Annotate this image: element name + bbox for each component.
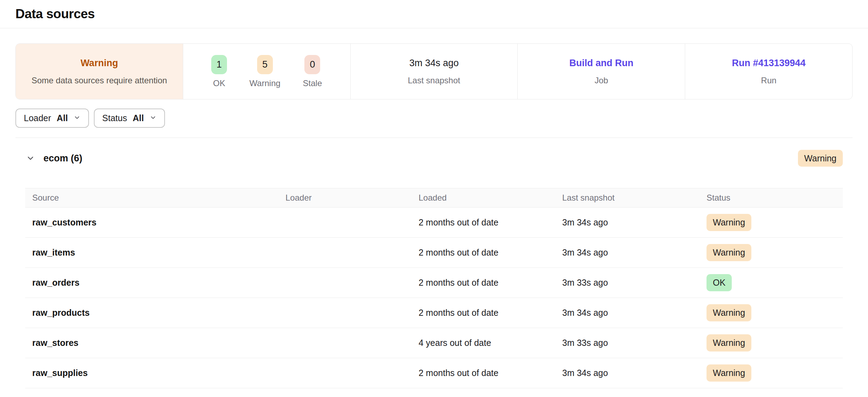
count-ok-label: OK — [213, 78, 225, 88]
last-snapshot-cell: 3m 33s ago — [562, 268, 707, 298]
count-warning: 5 Warning — [249, 55, 280, 88]
table-row: raw_stores 4 years out of date 3m 33s ag… — [25, 328, 843, 358]
last-snapshot-cell: 3m 34s ago — [562, 298, 707, 328]
source-cell: raw_customers — [25, 208, 285, 238]
group-status-badge: Warning — [798, 150, 843, 167]
last-snapshot-label: Last snapshot — [408, 76, 460, 85]
count-ok: 1 OK — [211, 55, 227, 88]
page-header: Data sources — [0, 0, 868, 28]
status-filter-value: All — [133, 113, 144, 123]
status-counts-card: 1 OK 5 Warning 0 Stale — [183, 44, 350, 99]
filter-bar: Loader All Status All — [15, 109, 853, 128]
loader-filter-label: Loader — [24, 113, 51, 123]
chevron-down-icon — [150, 113, 157, 123]
status-cell: Warning — [707, 328, 843, 358]
source-cell: raw_stores — [25, 328, 285, 358]
loader-cell — [285, 268, 419, 298]
count-warning-label: Warning — [249, 78, 280, 88]
status-cell: Warning — [707, 238, 843, 268]
loaded-cell: 2 months out of date — [419, 298, 562, 328]
job-label: Job — [594, 76, 608, 85]
run-link[interactable]: Run #413139944 — [732, 58, 806, 69]
status-cell: Warning — [707, 358, 843, 388]
chevron-down-icon — [74, 113, 81, 123]
last-snapshot-value: 3m 34s ago — [409, 58, 459, 69]
loaded-cell: 2 months out of date — [419, 358, 562, 388]
status-badge: Warning — [707, 304, 751, 321]
count-stale: 0 Stale — [303, 55, 322, 88]
run-card: Run #413139944 Run — [685, 44, 852, 99]
overall-status-subtitle: Some data sources require attention — [32, 76, 167, 85]
count-stale-label: Stale — [303, 78, 322, 88]
status-filter-dropdown[interactable]: Status All — [94, 109, 165, 128]
count-warning-value: 5 — [257, 55, 273, 74]
table-row: raw_products 2 months out of date 3m 34s… — [25, 298, 843, 328]
loader-filter-dropdown[interactable]: Loader All — [15, 109, 89, 128]
table-row: raw_orders 2 months out of date 3m 33s a… — [25, 268, 843, 298]
last-snapshot-cell: 3m 33s ago — [562, 328, 707, 358]
loaded-cell: 2 months out of date — [419, 268, 562, 298]
status-cell: Warning — [707, 208, 843, 238]
source-cell: raw_supplies — [25, 358, 285, 388]
status-counts: 1 OK 5 Warning 0 Stale — [211, 55, 322, 88]
last-snapshot-cell: 3m 34s ago — [562, 238, 707, 268]
last-snapshot-cell: 3m 34s ago — [562, 358, 707, 388]
group-section-ecom: ecom (6) Warning Source Loader Loaded La… — [25, 148, 843, 388]
group-name: ecom (6) — [43, 153, 82, 164]
loader-cell — [285, 358, 419, 388]
last-snapshot-card: 3m 34s ago Last snapshot — [350, 44, 518, 99]
loader-cell — [285, 208, 419, 238]
loader-cell — [285, 328, 419, 358]
data-sources-table: Source Loader Loaded Last snapshot Statu… — [25, 188, 843, 388]
count-ok-value: 1 — [211, 55, 227, 74]
column-header-loader: Loader — [285, 188, 419, 208]
source-cell: raw_orders — [25, 268, 285, 298]
page-title: Data sources — [15, 7, 95, 21]
table-row: raw_supplies 2 months out of date 3m 34s… — [25, 358, 843, 388]
loader-cell — [285, 238, 419, 268]
table-header-row: Source Loader Loaded Last snapshot Statu… — [25, 188, 843, 208]
overall-status-card: Warning Some data sources require attent… — [16, 44, 183, 99]
loader-cell — [285, 298, 419, 328]
column-header-source: Source — [25, 188, 285, 208]
status-badge: OK — [707, 274, 732, 291]
loaded-cell: 2 months out of date — [419, 208, 562, 238]
group-header-ecom[interactable]: ecom (6) Warning — [25, 148, 843, 168]
summary-cards: Warning Some data sources require attent… — [15, 43, 853, 99]
status-badge: Warning — [707, 364, 751, 382]
loader-filter-value: All — [57, 113, 68, 123]
divider — [15, 138, 853, 138]
count-stale-value: 0 — [304, 55, 320, 74]
column-header-last-snapshot: Last snapshot — [562, 188, 707, 208]
chevron-down-icon[interactable] — [26, 154, 35, 163]
table-row: raw_customers 2 months out of date 3m 34… — [25, 208, 843, 238]
status-cell: Warning — [707, 298, 843, 328]
status-badge: Warning — [707, 334, 751, 351]
status-badge: Warning — [707, 244, 751, 261]
table-row: raw_items 2 months out of date 3m 34s ag… — [25, 238, 843, 268]
status-cell: OK — [707, 268, 843, 298]
job-card: Build and Run Job — [517, 44, 685, 99]
status-badge: Warning — [707, 214, 751, 231]
loaded-cell: 4 years out of date — [419, 328, 562, 358]
status-filter-label: Status — [102, 113, 127, 123]
column-header-status: Status — [707, 188, 843, 208]
overall-status-title: Warning — [81, 58, 118, 69]
run-label: Run — [761, 76, 777, 85]
source-cell: raw_products — [25, 298, 285, 328]
loaded-cell: 2 months out of date — [419, 238, 562, 268]
source-cell: raw_items — [25, 238, 285, 268]
job-link[interactable]: Build and Run — [569, 58, 633, 69]
column-header-loaded: Loaded — [419, 188, 562, 208]
last-snapshot-cell: 3m 34s ago — [562, 208, 707, 238]
